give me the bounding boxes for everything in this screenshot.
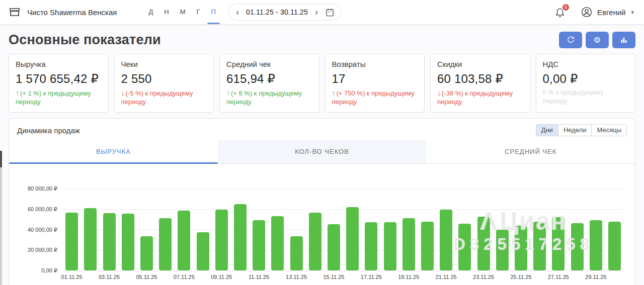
bar[interactable] (533, 222, 546, 270)
granularity-0[interactable]: Дни (536, 125, 558, 136)
kpi-delta: ↑(+ 750 %) к предыдущему периоду (332, 88, 418, 107)
calendar-icon[interactable] (325, 8, 335, 17)
bar-slot: 29.11.25 (587, 188, 605, 270)
bar-slot: 21.11.25 (437, 188, 455, 270)
bar[interactable] (103, 213, 116, 270)
user-avatar-icon (581, 6, 593, 18)
chart-tabs: ВЫРУЧКАКОЛ-ВО ЧЕКОВСРЕДНИЙ ЧЕК (9, 140, 635, 164)
bar[interactable] (84, 208, 97, 270)
bar-slot (530, 188, 549, 270)
period-tab-м[interactable]: М (175, 0, 191, 24)
kpi-delta-text: (-5 %) к предыдущему периоду (121, 89, 193, 106)
chart-view-button[interactable] (612, 32, 635, 48)
kpi-card-4: Скидки60 103,58 ₽↓(-38 %) к предыдущему … (430, 54, 530, 113)
bar[interactable] (271, 216, 284, 270)
user-menu[interactable]: Евгений ▾ (581, 6, 634, 18)
active-tab-underline (9, 162, 218, 164)
kpi-card-1: Чеки2 550↓(-5 %) к предыдущему периоду (114, 54, 214, 113)
bar-slot: 07.11.25 (175, 188, 193, 270)
granularity-2[interactable]: Месяцы (591, 125, 626, 136)
bar[interactable] (328, 224, 340, 270)
chart-tab-1[interactable]: КОЛ-ВО ЧЕКОВ (218, 140, 427, 163)
bar[interactable] (178, 211, 190, 270)
kpi-card-3: Возвраты17↑(+ 750 %) к предыдущему перио… (325, 54, 425, 113)
bar[interactable] (215, 210, 228, 270)
bar[interactable] (458, 224, 471, 270)
kpi-delta-text: (+ 750 %) к предыдущему периоду (332, 89, 415, 106)
page-actions: ⚙ (559, 32, 635, 48)
kpi-label: Скидки (437, 60, 523, 68)
refresh-button[interactable] (559, 32, 582, 48)
kpi-delta: ↑(+ 6 %) к предыдущему периоду (226, 88, 312, 107)
sales-dynamics-card: Динамика продаж ДниНеделиМесяцы ВЫРУЧКАК… (9, 118, 635, 285)
chart-tab-2[interactable]: СРЕДНИЙ ЧЕК (426, 140, 635, 163)
bar[interactable] (496, 230, 509, 271)
x-axis-label: 01.11.25 (61, 274, 83, 280)
bar[interactable] (159, 218, 172, 270)
y-axis-label: 20 000,00 ₽ (2, 247, 57, 253)
settings-button[interactable]: ⚙ (586, 32, 609, 48)
period-tab-н[interactable]: Н (158, 0, 174, 24)
kpi-delta-text: (+ 1 %) к предыдущему периоду (16, 89, 91, 106)
bar[interactable] (290, 236, 303, 270)
bar[interactable] (608, 222, 621, 270)
x-axis-label: 15.11.25 (323, 274, 344, 280)
bar[interactable] (234, 204, 247, 270)
bar[interactable] (590, 220, 602, 270)
date-range-picker[interactable]: ‹ 01.11.25 - 30.11.25 › (228, 4, 341, 21)
bar[interactable] (309, 213, 321, 270)
bar-slot (455, 188, 474, 270)
bar[interactable] (197, 232, 209, 270)
bar[interactable] (65, 213, 78, 270)
refresh-icon (567, 36, 575, 44)
bar[interactable] (552, 217, 565, 270)
next-period-chevron-icon[interactable]: › (314, 8, 319, 17)
store-name: Чисто Shawerma Венская (27, 8, 117, 17)
bar[interactable] (384, 222, 396, 270)
bar[interactable] (421, 222, 434, 270)
chart-tab-0[interactable]: ВЫРУЧКА (9, 140, 218, 163)
kpi-value: 60 103,58 ₽ (437, 72, 523, 86)
prev-period-chevron-icon[interactable]: ‹ (235, 8, 240, 17)
bar-plot: 80 000,00 ₽60 000,00 ₽40 000,00 ₽20 000,… (62, 188, 624, 270)
x-axis-label: 19.11.25 (398, 274, 419, 280)
period-tab-д[interactable]: Д (143, 0, 158, 24)
bar-slot (380, 188, 399, 270)
kpi-value: 615,94 ₽ (226, 72, 312, 86)
arrow-up-icon: ↑ (16, 89, 19, 97)
bar-slot (268, 188, 287, 270)
bar[interactable] (403, 218, 415, 270)
screen-edge-artifact-dark (0, 151, 2, 167)
bar-slot (605, 188, 624, 270)
arrow-down-icon: ↓ (121, 89, 125, 97)
kpi-delta: ↓(-38 %) к предыдущему периоду (437, 88, 523, 107)
x-axis-label: 27.11.25 (548, 274, 569, 280)
x-axis-label: 11.11.25 (249, 274, 269, 280)
kpi-delta-text: (+ 6 %) к предыдущему периоду (226, 89, 302, 106)
bar[interactable] (477, 217, 490, 270)
bar-slot: 01.11.25 (62, 188, 81, 270)
period-tab-г[interactable]: Г (191, 0, 206, 24)
bar[interactable] (365, 222, 377, 270)
bar[interactable] (515, 226, 527, 270)
y-axis-label: 0,00 ₽ (2, 267, 57, 274)
bar[interactable] (140, 236, 153, 270)
kpi-card-5: НДС0,00 ₽0 % к предыдущему периоду (536, 54, 636, 113)
bar[interactable] (571, 223, 584, 270)
x-axis-label: 21.11.25 (436, 274, 457, 280)
notifications-button[interactable]: 6 (554, 7, 566, 18)
bar[interactable] (253, 220, 265, 270)
bar-slot: 15.11.25 (325, 188, 343, 270)
bar-slot (493, 188, 512, 270)
granularity-1[interactable]: Недели (558, 125, 592, 136)
kpi-value: 0,00 ₽ (543, 72, 629, 86)
bar-slot (568, 188, 586, 270)
bar-slot (418, 188, 437, 270)
x-axis-label: 13.11.25 (286, 274, 307, 280)
period-tab-п[interactable]: П (206, 0, 221, 24)
bar[interactable] (440, 210, 452, 270)
bar[interactable] (346, 207, 359, 270)
screen-edge-artifact-light (0, 167, 2, 285)
bar[interactable] (122, 214, 134, 270)
x-axis-label: 05.11.25 (136, 274, 157, 280)
